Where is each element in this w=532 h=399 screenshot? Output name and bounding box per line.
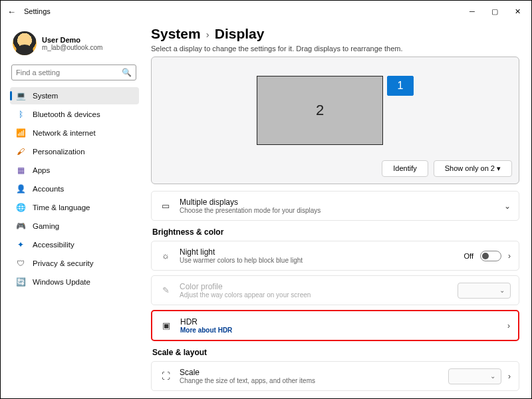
accessibility-icon: ✦ — [15, 239, 26, 250]
chevron-right-icon: › — [508, 251, 511, 261]
breadcrumb-root[interactable]: System — [151, 26, 201, 42]
profile-block[interactable]: User Demo m_lab@outlook.com — [10, 27, 139, 62]
night-light-toggle[interactable] — [480, 251, 501, 261]
minimize-button[interactable]: ─ — [461, 2, 483, 21]
card-color-profile: ✎ Color profile Adjust the way colors ap… — [151, 275, 519, 305]
sidebar: User Demo m_lab@outlook.com 🔍 💻 System ᛒ… — [1, 22, 142, 399]
chevron-down-icon: ⌄ — [504, 201, 511, 211]
search-box[interactable]: 🔍 — [11, 65, 136, 80]
instruction-text: Select a display to change the settings … — [151, 45, 519, 53]
shield-icon: 🛡 — [15, 258, 26, 269]
sidebar-item-label: Windows Update — [33, 278, 90, 286]
sidebar-item-label: Accessibility — [33, 241, 74, 249]
monitor-2[interactable]: 2 — [257, 76, 383, 145]
card-subtitle: Change the size of text, apps, and other… — [180, 377, 440, 384]
user-email: m_lab@outlook.com — [42, 44, 102, 51]
hdr-icon: ▣ — [160, 321, 172, 331]
avatar — [13, 31, 37, 55]
sidebar-item-label: Privacy & security — [33, 259, 93, 267]
breadcrumb: System › Display — [151, 26, 519, 42]
sidebar-item-label: Gaming — [33, 222, 59, 230]
display-arrange-box[interactable]: 2 1 Identify Show only on 2 — [151, 57, 519, 184]
color-profile-dropdown: ⌄ — [458, 283, 511, 299]
card-subtitle: Use warmer colors to help block blue lig… — [180, 257, 456, 264]
monitors-icon: ▭ — [160, 201, 172, 211]
search-input[interactable] — [16, 68, 122, 76]
card-title: Color profile — [180, 282, 450, 291]
card-multiple-displays[interactable]: ▭ Multiple displays Choose the presentat… — [151, 191, 519, 221]
card-title: Scale — [180, 368, 440, 377]
card-night-light[interactable]: ☼ Night light Use warmer colors to help … — [151, 241, 519, 271]
scale-icon: ⛶ — [160, 371, 172, 381]
card-subtitle-link[interactable]: More about HDR — [180, 327, 499, 334]
identify-button[interactable]: Identify — [382, 160, 428, 177]
sidebar-item-bluetooth[interactable]: ᛒ Bluetooth & devices — [10, 106, 139, 123]
wifi-icon: 📶 — [15, 128, 26, 138]
update-icon: 🔄 — [15, 277, 26, 287]
bluetooth-icon: ᛒ — [15, 109, 26, 120]
sidebar-item-label: Apps — [33, 166, 50, 174]
chevron-right-icon: › — [206, 29, 209, 40]
section-brightness: Brightness & color — [152, 227, 519, 237]
person-icon: 👤 — [15, 184, 26, 194]
scale-dropdown[interactable]: ⌄ — [448, 368, 501, 384]
card-scale[interactable]: ⛶ Scale Change the size of text, apps, a… — [151, 361, 519, 391]
card-subtitle: Adjust the way colors appear on your scr… — [180, 291, 450, 299]
apps-icon: ▦ — [15, 165, 26, 176]
chevron-right-icon: › — [507, 321, 510, 331]
sun-icon: ☼ — [160, 251, 172, 261]
card-hdr[interactable]: ▣ HDR More about HDR › — [151, 310, 519, 341]
sidebar-item-label: System — [33, 92, 58, 100]
breadcrumb-leaf: Display — [215, 26, 265, 42]
card-title: Multiple displays — [180, 198, 496, 207]
search-icon: 🔍 — [122, 68, 132, 77]
show-only-dropdown[interactable]: Show only on 2 — [434, 160, 512, 177]
card-subtitle: Choose the presentation mode for your di… — [180, 207, 496, 214]
globe-icon: 🌐 — [15, 202, 26, 213]
main-content: System › Display Select a display to cha… — [142, 22, 531, 399]
brush-icon: 🖌 — [15, 146, 26, 157]
window-title: Settings — [24, 7, 51, 15]
eyedropper-icon: ✎ — [160, 285, 172, 295]
title-bar: ← Settings ─ ▢ ✕ — [1, 1, 531, 22]
sidebar-item-accounts[interactable]: 👤 Accounts — [10, 180, 139, 198]
sidebar-item-update[interactable]: 🔄 Windows Update — [10, 273, 139, 291]
sidebar-item-label: Time & language — [33, 203, 90, 211]
system-icon: 💻 — [15, 90, 26, 101]
section-scale: Scale & layout — [152, 348, 519, 357]
user-name: User Demo — [42, 36, 102, 44]
sidebar-item-network[interactable]: 📶 Network & internet — [10, 124, 139, 142]
maximize-button[interactable]: ▢ — [483, 2, 506, 21]
sidebar-item-privacy[interactable]: 🛡 Privacy & security — [10, 255, 139, 272]
monitor-1[interactable]: 1 — [387, 76, 414, 96]
sidebar-item-accessibility[interactable]: ✦ Accessibility — [10, 236, 139, 253]
sidebar-item-label: Accounts — [33, 185, 64, 193]
close-button[interactable]: ✕ — [506, 2, 529, 21]
card-title: Night light — [180, 247, 456, 257]
sidebar-item-gaming[interactable]: 🎮 Gaming — [10, 217, 139, 235]
card-title: HDR — [180, 317, 499, 327]
sidebar-item-label: Bluetooth & devices — [33, 110, 100, 118]
sidebar-item-label: Network & internet — [33, 129, 96, 137]
sidebar-item-system[interactable]: 💻 System — [10, 87, 139, 104]
back-button[interactable]: ← — [7, 7, 16, 17]
sidebar-item-personalization[interactable]: 🖌 Personalization — [10, 143, 139, 160]
sidebar-item-label: Personalization — [33, 148, 85, 156]
sidebar-item-time[interactable]: 🌐 Time & language — [10, 199, 139, 216]
sidebar-item-apps[interactable]: ▦ Apps — [10, 162, 139, 179]
chevron-right-icon: › — [508, 372, 511, 381]
toggle-state-label: Off — [464, 252, 473, 260]
gamepad-icon: 🎮 — [15, 221, 26, 231]
